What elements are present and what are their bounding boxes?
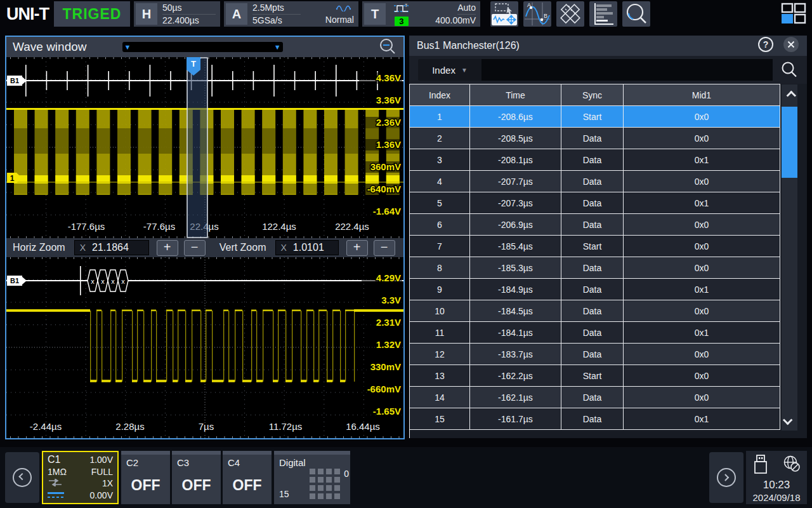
c1-name: C1 (48, 454, 60, 465)
zoom-region-band[interactable] (187, 58, 207, 237)
table-row[interactable]: 6-206.9µsData0x0 (410, 214, 780, 236)
search-icon[interactable] (780, 61, 798, 79)
c3-name: C3 (177, 457, 216, 468)
cell-mid1: 0x1 (624, 149, 780, 171)
cell-time: -208.6µs (470, 106, 561, 128)
trigger-source-badge: 3 (395, 17, 409, 26)
channel-4-card[interactable]: C4 OFF (223, 451, 272, 504)
scroll-down-button[interactable] (782, 409, 797, 431)
h-label: H (136, 3, 157, 25)
column-header-index: Index (410, 84, 470, 106)
scroll-left-arrow-icon[interactable]: ▼ (124, 42, 131, 52)
horiz-zoom-x: X (80, 243, 86, 253)
c2-name: C2 (126, 457, 165, 468)
cell-index: 7 (410, 236, 470, 257)
zoom-waveform-plot[interactable]: xxxxB14.29V3.3V2.31V1.32V330mV-660mV-1.6… (6, 257, 403, 438)
magnifier-icon (622, 1, 650, 27)
table-row[interactable]: 13-162.2µsStart0x0 (410, 365, 780, 387)
window-layout-button[interactable] (780, 2, 807, 26)
table-row[interactable]: 3-208.1µsData0x1 (410, 149, 780, 171)
chevron-left-icon (13, 468, 32, 487)
trigger-level-value: 400.00mV (435, 15, 476, 27)
cell-time: -162.1µs (470, 387, 561, 408)
svg-text:-1.65V: -1.65V (373, 406, 401, 417)
trigger-status-badge: TRIGED (54, 1, 130, 27)
cell-index: 8 (410, 257, 470, 279)
table-row[interactable]: 2-208.5µsData0x0 (410, 128, 780, 149)
cell-time: -184.5µs (470, 300, 561, 322)
scroll-channels-right-button[interactable] (709, 452, 743, 503)
vert-zoom-input[interactable]: X 1.0101 (275, 240, 339, 255)
table-scrollbar[interactable] (782, 84, 797, 431)
c1-probe: 1X (102, 478, 113, 489)
trigger-sweep-value: Auto (457, 2, 476, 15)
cell-sync: Data (561, 279, 624, 300)
scroll-up-button[interactable] (782, 84, 797, 106)
svg-text:3.36V: 3.36V (376, 95, 401, 105)
horiz-zoom-plus-button[interactable]: + (157, 240, 178, 256)
svg-text:-660mV: -660mV (367, 384, 401, 394)
vert-zoom-minus-button[interactable]: − (374, 240, 395, 256)
table-row[interactable]: 12-183.7µsData0x0 (410, 344, 780, 365)
chevron-down-icon (783, 415, 793, 425)
bus-decode-panel: Bus1 Manchester(126) ? Index ▼ (409, 36, 807, 438)
main-waveform-plot[interactable]: B114.36V3.36V2.36V1.36V360mV-640mV-1.64V… (6, 57, 403, 238)
table-row[interactable]: 14-162.1µsData0x0 (410, 387, 780, 408)
table-row[interactable]: 15-161.7µsData0x1 (410, 408, 780, 430)
search-field-dropdown[interactable]: Index ▼ (418, 59, 481, 81)
trigger-settings-block[interactable]: T T 3 Auto 400.00mV (362, 1, 480, 27)
horiz-zoom-minus-button[interactable]: − (184, 240, 206, 256)
system-status-card[interactable]: 10:23 2024/09/18 (746, 451, 807, 504)
scroll-right-arrow-icon[interactable]: ▼ (274, 42, 281, 52)
cell-index: 4 (410, 171, 470, 192)
channel-2-card[interactable]: C2 OFF (121, 451, 170, 504)
table-row[interactable]: 8-185.3µsData0x0 (410, 257, 780, 279)
cell-mid1: 0x0 (624, 387, 780, 408)
scrollbar-thumb[interactable] (782, 107, 797, 178)
cell-sync: Data (561, 257, 624, 279)
dropdown-selected-value: Index (432, 65, 455, 76)
svg-text:-77.6µs: -77.6µs (143, 221, 175, 232)
table-row[interactable]: 11-184.1µsData0x1 (410, 322, 780, 344)
cursor-ab-button[interactable]: A B (523, 1, 551, 27)
cell-mid1: 0x1 (624, 192, 780, 214)
digital-channels-card[interactable]: Digital 0 15 (274, 451, 350, 504)
close-button[interactable] (783, 36, 799, 55)
table-row[interactable]: 7-185.4µsStart0x0 (410, 236, 780, 257)
search-zoom-button[interactable] (622, 1, 650, 27)
svg-text:x: x (121, 277, 125, 285)
svg-text:122.4µs: 122.4µs (262, 221, 296, 232)
wave-position-scrollbar[interactable]: ▼ ▼ (122, 42, 283, 52)
zoom-out-icon[interactable] (378, 37, 397, 57)
help-button[interactable]: ? (757, 36, 774, 55)
search-input[interactable] (481, 59, 773, 81)
statistics-button[interactable] (589, 1, 617, 27)
channel-3-card[interactable]: C3 OFF (172, 451, 221, 504)
measure-tools-button[interactable] (556, 1, 584, 27)
timebase-value: 50µs (162, 2, 216, 15)
channel-1-card[interactable]: C11.00V 1MΩFULL 1X 0.00V (42, 451, 119, 504)
acquire-mode-value: Normal (325, 14, 354, 26)
table-row[interactable]: 10-184.5µsData0x0 (410, 300, 780, 322)
c1-impedance: 1MΩ (48, 466, 67, 478)
table-row[interactable]: 9-184.9µsData0x1 (410, 279, 780, 300)
svg-text:x: x (91, 277, 95, 285)
vert-zoom-plus-button[interactable]: + (346, 240, 368, 256)
cell-index: 15 (410, 408, 470, 430)
c1-scale: 1.00V (89, 454, 113, 465)
select-move-tool-button[interactable] (490, 1, 518, 27)
acquire-settings-block[interactable]: A 2.5Mpts 5GSa/s Normal (224, 1, 358, 27)
t-label: T (364, 3, 386, 25)
horiz-zoom-input[interactable]: X 21.1864 (74, 240, 149, 255)
table-row[interactable]: 4-207.7µsData0x0 (410, 171, 780, 192)
bus-search-row: Index ▼ (409, 56, 807, 84)
table-row[interactable]: 5-207.3µsData0x1 (410, 192, 780, 214)
dc-coupling-icon (48, 478, 63, 489)
cell-time: -208.5µs (470, 128, 561, 149)
column-header-mid1: Mid1 (624, 84, 780, 106)
scroll-channels-left-button[interactable] (5, 452, 39, 503)
toolbar-icons: A B (490, 1, 650, 27)
table-row[interactable]: 1-208.6µsStart0x0 (410, 106, 780, 128)
cell-mid1: 0x0 (624, 365, 780, 387)
horizontal-settings-block[interactable]: H 50µs 22.400µs (134, 1, 220, 27)
